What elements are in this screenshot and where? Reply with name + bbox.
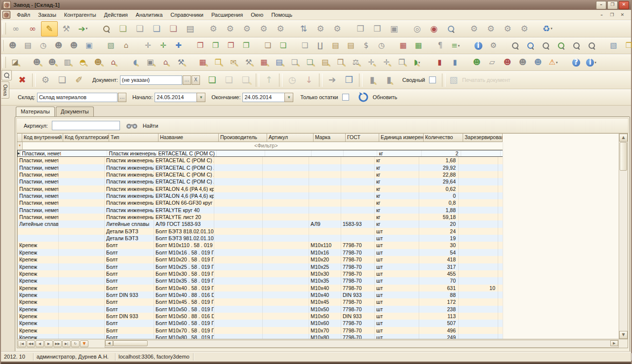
service-wrench-button[interactable]: ⚒	[58, 21, 75, 36]
gears-box-button[interactable]: ⚙	[499, 21, 516, 36]
vertical-scroll-thumb[interactable]	[620, 142, 627, 171]
edit-person-button[interactable]: ☻	[44, 55, 60, 70]
shelf2-button[interactable]: ▤	[343, 38, 358, 53]
partners-ok-button[interactable]: ☻	[469, 55, 484, 70]
scroll-down-button[interactable]: ▼	[619, 331, 628, 339]
edit-tools-button[interactable]: ⚒	[241, 55, 256, 70]
article-search-input[interactable]	[52, 121, 120, 130]
machine-button[interactable]: ▣	[81, 38, 97, 53]
time-doc-button[interactable]: ◷	[374, 38, 389, 53]
edit-safe-button[interactable]: ❐	[394, 55, 409, 70]
scroll-left-button[interactable]: ◀	[105, 340, 113, 346]
docs-copy-button[interactable]: ❏	[297, 38, 313, 53]
only-remainders-checkbox[interactable]	[342, 94, 349, 101]
calendar-edit-button[interactable]: ▦	[395, 38, 411, 53]
column-header-11[interactable]: Зарезервировано	[463, 134, 503, 142]
analytics-chart-button[interactable]: ▧	[103, 38, 118, 53]
order-time-button[interactable]: ◷	[36, 38, 51, 53]
safe-cancel-button[interactable]: ❐	[223, 38, 238, 53]
side-tab-windows[interactable]: Окна	[1, 81, 9, 99]
doc-up-button[interactable]: ↑	[261, 72, 277, 88]
gears-stop-button[interactable]: ⚙	[516, 21, 533, 36]
about-button[interactable]: i▾	[584, 55, 599, 70]
edit-doc-button[interactable]: ❏	[287, 55, 302, 70]
archive-cabinet-button[interactable]: ▤	[182, 21, 198, 36]
can-search-button[interactable]	[442, 21, 459, 36]
connect-button[interactable]: ∞	[7, 21, 24, 36]
menu-references[interactable]: Справочники	[166, 11, 207, 19]
refresh-data-button[interactable]: ♻▾	[539, 21, 556, 36]
search-order-button[interactable]	[98, 21, 115, 36]
safe-out-button[interactable]: ❐	[193, 38, 208, 53]
refresh-button[interactable]: Обновить	[373, 94, 397, 100]
edit-list-button[interactable]: ▤	[272, 55, 287, 70]
doc-seal-button[interactable]: ❏	[260, 38, 276, 53]
edit-drill-button[interactable]: ⚒	[173, 55, 189, 70]
column-header-4[interactable]: Название	[158, 134, 219, 142]
column-header-6[interactable]: Артикул	[267, 134, 314, 142]
package-button[interactable]: ❒	[341, 72, 357, 88]
tab-documents[interactable]: Документы	[56, 107, 94, 117]
prior-page-button[interactable]: ◀◀	[27, 340, 35, 347]
doc-edit-button[interactable]: ❏	[237, 72, 254, 88]
edit-house-button[interactable]: ⌂	[106, 55, 121, 70]
edit-workplace-button[interactable]: ◖	[127, 55, 143, 70]
document-browse-button[interactable]: …	[183, 75, 191, 85]
client-orders-button[interactable]: ☻	[51, 38, 66, 53]
horizontal-scroll-track[interactable]	[148, 340, 610, 347]
new-blank-button[interactable]: ❏	[54, 72, 71, 88]
find-bolt-button[interactable]	[538, 38, 553, 53]
column-header-10[interactable]: Количество	[424, 134, 463, 142]
svodny-checkbox[interactable]	[429, 76, 436, 83]
find-box-button[interactable]	[569, 38, 584, 53]
doc-approved-button[interactable]: ❏	[276, 38, 291, 53]
edit-car-button[interactable]: ◗▾	[409, 55, 425, 70]
book-edit-button[interactable]: ▮	[364, 72, 381, 88]
edit-box-button[interactable]: ❒	[333, 55, 348, 70]
edit-shelf-button[interactable]: ▤	[317, 55, 333, 70]
maximize-button[interactable]: ❐	[607, 1, 618, 9]
calendar-ok-button[interactable]: ▦	[411, 38, 426, 53]
can-rollback-button[interactable]: ◎	[409, 21, 426, 36]
process-history-button[interactable]: ⚙	[238, 21, 255, 36]
doc-import-button[interactable]: ↓	[301, 72, 317, 88]
scroll-right-button[interactable]: ▶	[610, 340, 618, 346]
warehouse-browse-button[interactable]: …	[118, 93, 126, 102]
exit-door-button[interactable]: ➔▾	[75, 21, 91, 36]
first-button[interactable]: |◀	[18, 340, 26, 347]
start-date-dropdown[interactable]: ▾	[197, 93, 205, 102]
process-search-button[interactable]: ⚙	[312, 21, 329, 36]
edit-building-button[interactable]: ▥	[60, 55, 75, 70]
menu-help[interactable]: Помощь	[267, 11, 296, 19]
scroll-button[interactable]: ¶	[433, 38, 448, 53]
toolbar-grip[interactable]	[2, 40, 3, 51]
horizontal-scrollbar[interactable]: ◀ ▶	[105, 340, 619, 348]
doc-add-button[interactable]: ❏	[204, 72, 221, 88]
order-add-button[interactable]: ❏	[115, 21, 131, 36]
partners-card-button[interactable]: ☻	[500, 55, 515, 70]
edit-worker-button[interactable]: ☻	[90, 55, 106, 70]
horizontal-scroll-thumb[interactable]	[113, 340, 148, 346]
menu-analytics[interactable]: Аналитика	[132, 11, 166, 19]
dropdown-arrow-icon[interactable]: ▾	[458, 44, 460, 48]
doc-history-button[interactable]: ◷	[284, 72, 301, 88]
order-journal-button[interactable]: ▤	[20, 38, 36, 53]
minimize-button[interactable]: –	[596, 1, 606, 9]
last-button[interactable]: ▶|	[62, 340, 71, 347]
vertical-scrollbar[interactable]: ▲ ▼	[619, 134, 628, 339]
edit-machine-button[interactable]: ▣	[143, 55, 158, 70]
find-chart-button[interactable]	[584, 38, 599, 53]
column-header-2[interactable]: Код бухгалтерский	[63, 134, 109, 142]
order-check-button[interactable]: ❏	[148, 21, 165, 36]
book-edit2-button[interactable]: ▮	[381, 72, 397, 88]
manager-desk-button[interactable]: ☻	[5, 38, 20, 53]
gears-pin-button[interactable]: ⚙	[482, 21, 499, 36]
presentation-button[interactable]: ▧	[606, 38, 621, 53]
red-book-button[interactable]: ▮	[432, 55, 447, 70]
menu-contractors[interactable]: Контрагенты	[60, 11, 100, 19]
mdi-close-button[interactable]: ✕	[618, 11, 627, 19]
edit-factory-button[interactable]: ⌂	[158, 55, 173, 70]
column-header-5[interactable]: Производитель	[219, 134, 267, 142]
person-report-button[interactable]: ☻	[530, 55, 546, 70]
process-doc-button[interactable]: ⚙	[37, 72, 54, 88]
